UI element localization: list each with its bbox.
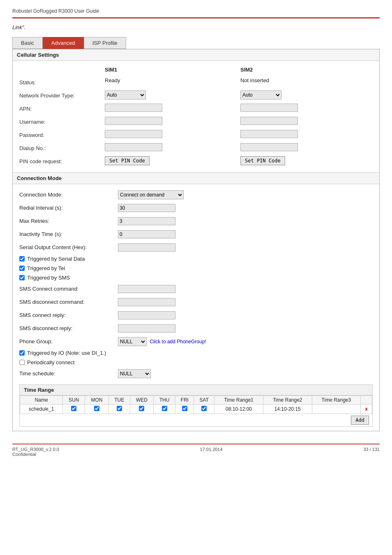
conn-mode-label: Connection Mode:: [19, 188, 118, 201]
delete-row-button[interactable]: x: [365, 406, 368, 412]
tabs-container: Basic Advanced ISP Profile: [12, 37, 380, 49]
col-sat: SAT: [194, 396, 214, 405]
col-tr2: Time Range2: [263, 396, 312, 405]
row-tue: [108, 405, 130, 414]
max-retries-label: Max Retries:: [19, 215, 118, 228]
sim1-apn-input[interactable]: [105, 104, 162, 112]
triggered-sms-row: Triggered by SMS: [19, 273, 373, 282]
sim2-network-provider: Auto Manual: [237, 89, 373, 102]
row-sat: [194, 405, 214, 414]
sms-disconnect-cmd-value: [118, 297, 373, 308]
row-sat-checkbox[interactable]: [201, 406, 207, 411]
sim1-dialup-input[interactable]: [105, 143, 162, 151]
sim2-dialup-input[interactable]: [240, 143, 298, 151]
connection-mode-body: Connection Mode: Connect on demand Alway…: [13, 184, 379, 431]
add-phone-group-link[interactable]: Click to add PhoneGroup!: [150, 339, 206, 345]
row-thu-checkbox[interactable]: [162, 406, 167, 411]
max-retries-input[interactable]: [118, 217, 175, 225]
phone-group-select[interactable]: NULL: [118, 337, 147, 346]
time-schedule-value: NULL: [118, 368, 373, 379]
conn-mode-select[interactable]: Connect on demand Always online Manual: [118, 190, 184, 199]
status-label: Status:: [19, 76, 101, 89]
sms-disconnect-reply-input[interactable]: [118, 324, 175, 333]
time-range-section: Time Range Name SUN MON TUE WED THU FRI …: [19, 384, 373, 427]
sms-connect-reply-input[interactable]: [118, 311, 175, 319]
sms-connect-reply-value: [118, 310, 373, 321]
sms-connect-cmd-input[interactable]: [118, 285, 175, 293]
network-provider-label: Network Provider Type:: [19, 89, 101, 102]
sim2-apn-input[interactable]: [240, 104, 298, 112]
sim2-username: [237, 116, 373, 129]
footer-left: RT_UG_R3000_v.2.0.0 Confidential: [12, 447, 59, 457]
inactivity-time-label: Inactivity Time (s):: [19, 228, 118, 241]
connection-mode-header: Connection Mode: [13, 173, 379, 184]
triggered-serial-label: Triggered by Serial Data: [27, 256, 85, 262]
row-tr1: 08:10-12:00: [214, 405, 263, 414]
conn-mode-value: Connect on demand Always online Manual: [118, 189, 373, 201]
redial-interval-input[interactable]: [118, 204, 175, 212]
triggered-tel-checkbox[interactable]: [19, 266, 25, 271]
sms-disconnect-cmd-label: SMS disconnect command:: [19, 296, 118, 309]
triggered-serial-row: Triggered by Serial Data: [19, 254, 373, 264]
sim1-username-input[interactable]: [105, 117, 162, 125]
triggered-tel-label: Triggered by Tel: [27, 265, 65, 271]
sim1-status: Ready: [101, 76, 237, 89]
apn-label: APN:: [19, 102, 101, 116]
sim2-apn: [237, 102, 373, 116]
sim1-pin: Set PIN Code: [101, 155, 237, 168]
sim2-password-input[interactable]: [240, 130, 298, 138]
sim1-network-provider: Auto Manual: [101, 89, 237, 102]
row-fri-checkbox[interactable]: [182, 406, 187, 411]
sms-disconnect-cmd-input[interactable]: [118, 298, 175, 306]
footer-page: 33 / 131: [363, 447, 380, 457]
time-schedule-select[interactable]: NULL: [118, 369, 151, 378]
sim1-password-input[interactable]: [105, 130, 162, 138]
sim2-network-select[interactable]: Auto Manual: [240, 90, 281, 99]
time-schedule-label: Time schedule:: [19, 367, 118, 380]
triggered-serial-checkbox[interactable]: [19, 256, 25, 261]
sim1-set-pin-button[interactable]: Set PIN Code: [105, 156, 150, 165]
phone-group-label: Phone Group:: [19, 335, 118, 348]
add-button[interactable]: Add: [351, 416, 369, 425]
row-sun-checkbox[interactable]: [71, 406, 76, 411]
inactivity-time-input[interactable]: [118, 230, 175, 238]
phone-group-value: NULL Click to add PhoneGroup!: [118, 336, 373, 347]
tab-advanced[interactable]: Advanced: [43, 37, 84, 49]
redial-interval-value: [118, 203, 373, 213]
pin-label: PIN code request:: [19, 155, 101, 168]
footer-doc-id: RT_UG_R3000_v.2.0.0: [12, 447, 59, 452]
sim2-pin: Set PIN Code: [237, 155, 373, 168]
triggered-io-checkbox[interactable]: [19, 350, 25, 356]
row-tue-checkbox[interactable]: [117, 406, 122, 411]
row-wed-checkbox[interactable]: [139, 406, 144, 411]
sms-disconnect-reply-label: SMS disconnect reply:: [19, 322, 118, 335]
col-name: Name: [20, 396, 63, 405]
doc-header: Robustel GoRugged R3000 User Guide: [12, 8, 380, 14]
sim2-username-input[interactable]: [240, 117, 298, 125]
tab-isp-profile[interactable]: ISP Profile: [84, 37, 126, 49]
col-wed: WED: [130, 396, 154, 405]
col-tr1: Time Range1: [214, 396, 263, 405]
serial-output-label: Serial Output Content (Hex):: [19, 241, 118, 254]
time-range-header: Time Range: [20, 385, 372, 395]
triggered-sms-checkbox[interactable]: [19, 275, 25, 280]
serial-output-input[interactable]: [118, 243, 175, 252]
triggered-tel-row: Triggered by Tel: [19, 264, 373, 273]
sim2-status: Not inserted: [237, 76, 373, 89]
password-label: Password:: [19, 129, 101, 142]
cellular-settings-header: Cellular Settings: [13, 49, 379, 61]
sim1-network-select[interactable]: Auto Manual: [105, 90, 146, 99]
max-retries-value: [118, 216, 373, 227]
tab-basic[interactable]: Basic: [12, 37, 43, 49]
add-btn-row: Add: [20, 414, 372, 426]
triggered-io-label: Triggered by IO (Note: use DI_1.): [27, 350, 106, 356]
footer-confidential: Confidential: [12, 452, 59, 457]
row-thu: [154, 405, 175, 414]
row-mon: [85, 405, 109, 414]
sim1-username: [101, 116, 237, 129]
sim2-set-pin-button[interactable]: Set PIN Code: [240, 156, 285, 165]
row-mon-checkbox[interactable]: [94, 406, 99, 411]
sim1-dialup: [101, 142, 237, 155]
periodic-connect-checkbox[interactable]: [19, 360, 25, 365]
periodic-connect-row: Periodically connect: [19, 358, 373, 367]
